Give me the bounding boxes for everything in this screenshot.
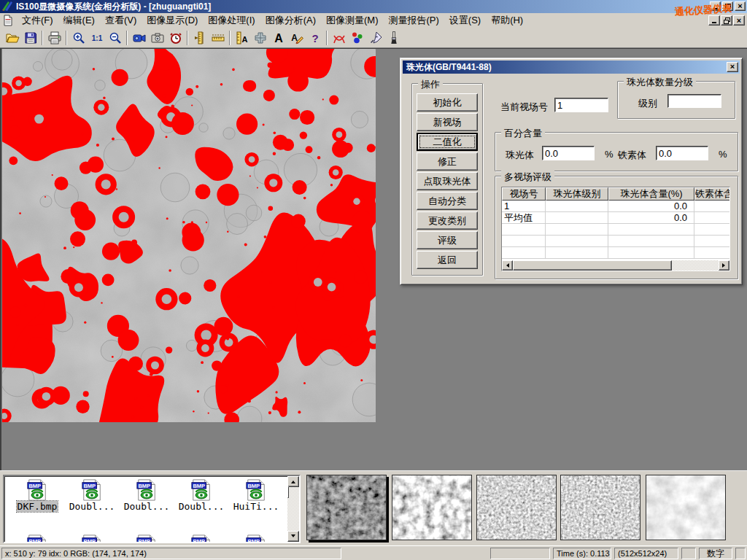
menu-edit[interactable]: 编辑(E) bbox=[58, 12, 100, 28]
init-button[interactable]: 初始化 bbox=[417, 93, 478, 112]
table-row[interactable]: 1 0.0 bbox=[502, 201, 729, 212]
table-row[interactable]: 平均值 0.0 bbox=[502, 212, 729, 224]
pearlite-unit: % bbox=[605, 149, 614, 160]
classify-button[interactable] bbox=[348, 29, 366, 47]
menu-image-process[interactable]: 图像处理(I) bbox=[203, 12, 260, 28]
binarize-button[interactable]: 二值化 bbox=[417, 133, 478, 151]
menu-view[interactable]: 查看(V) bbox=[100, 12, 142, 28]
window-title: IS100显微摄像系统(金相分析版) - [zhuguangti01] bbox=[16, 1, 211, 13]
file-list-scrollbar[interactable] bbox=[287, 476, 299, 542]
curve-tool-button[interactable] bbox=[330, 29, 348, 47]
caliper-button[interactable] bbox=[190, 29, 209, 47]
open-button[interactable] bbox=[3, 29, 21, 47]
file-item[interactable]: BMP Doubl... bbox=[174, 479, 228, 512]
print-icon bbox=[47, 31, 62, 45]
menu-settings[interactable]: 设置(S) bbox=[444, 12, 486, 28]
status-resolution: (512x512x24) bbox=[614, 548, 678, 559]
thumbnail-5[interactable] bbox=[646, 475, 726, 540]
menu-image-analysis[interactable]: 图像分析(A) bbox=[260, 12, 321, 28]
zoom-out-button[interactable] bbox=[106, 29, 124, 47]
document-icon[interactable] bbox=[2, 15, 14, 26]
vscroll-thumb[interactable] bbox=[287, 486, 289, 498]
help-button[interactable]: ? bbox=[306, 29, 324, 47]
file-item[interactable]: BMP DKF.bmp bbox=[10, 479, 64, 512]
file-item[interactable]: BMP bbox=[120, 534, 174, 543]
print-button[interactable] bbox=[45, 29, 63, 47]
col-pearlite-grade[interactable]: 珠光体级别 bbox=[546, 187, 608, 201]
hscroll-thumb[interactable] bbox=[513, 260, 672, 271]
toolbar-separator bbox=[187, 31, 188, 45]
svg-text:BMP: BMP bbox=[247, 538, 260, 543]
thumbnail-1[interactable] bbox=[306, 475, 387, 540]
file-item[interactable]: BMP Doubl... bbox=[120, 479, 174, 512]
scroll-down-button[interactable] bbox=[287, 531, 299, 542]
menu-image-display[interactable]: 图像显示(D) bbox=[142, 12, 203, 28]
close-button[interactable]: × bbox=[735, 1, 746, 11]
pearlite-dialog: 珠光体(GB/T9441-88) × 操作 初始化 新视场 二值化 修正 点取珠… bbox=[400, 58, 743, 285]
svg-text:BMP: BMP bbox=[28, 483, 41, 489]
table-hscrollbar[interactable] bbox=[502, 260, 729, 271]
svg-text:BMP: BMP bbox=[193, 483, 205, 489]
hscroll-track[interactable] bbox=[672, 260, 719, 271]
scroll-up-button[interactable] bbox=[287, 476, 299, 487]
pick-pearlite-button[interactable]: 点取珠光体 bbox=[417, 172, 478, 190]
menu-file[interactable]: 文件(F) bbox=[17, 12, 58, 28]
zoom-out-icon bbox=[108, 31, 123, 45]
operations-group: 操作 初始化 新视场 二值化 修正 点取珠光体 自动分类 更改类别 评级 返回 bbox=[411, 83, 483, 276]
curve-icon bbox=[332, 31, 347, 45]
letter-a-icon: A bbox=[271, 31, 286, 45]
level-input[interactable] bbox=[667, 94, 721, 108]
col-field-no[interactable]: 视场号 bbox=[502, 187, 546, 201]
correct-button[interactable]: 修正 bbox=[417, 152, 478, 171]
file-item[interactable]: BMP Doubl... bbox=[65, 479, 119, 512]
one-to-one-icon: 1:1 bbox=[91, 34, 102, 42]
dialog-title-bar[interactable]: 珠光体(GB/T9441-88) × bbox=[403, 61, 740, 74]
menu-help[interactable]: 帮助(H) bbox=[486, 12, 528, 28]
auto-classify-button[interactable]: 自动分类 bbox=[417, 192, 478, 210]
mdi-minimize-button[interactable] bbox=[708, 15, 720, 26]
scroll-left-button[interactable] bbox=[502, 260, 513, 271]
grid-tool-button[interactable] bbox=[251, 29, 269, 47]
file-name: Doubl... bbox=[123, 501, 171, 512]
zoom-in-button[interactable] bbox=[69, 29, 88, 47]
file-item[interactable]: BMP bbox=[174, 534, 228, 543]
cell-field-no: 1 bbox=[502, 201, 546, 211]
zoom-1to1-button[interactable]: 1:1 bbox=[88, 29, 106, 47]
new-field-button[interactable]: 新视场 bbox=[417, 113, 478, 131]
file-item[interactable]: BMP bbox=[229, 534, 283, 543]
annotate-button[interactable]: A bbox=[287, 29, 306, 47]
grade-button[interactable]: 评级 bbox=[417, 231, 478, 249]
file-name: DKF.bmp bbox=[17, 501, 58, 512]
timer-button[interactable] bbox=[166, 29, 185, 47]
dialog-close-button[interactable]: × bbox=[727, 62, 738, 72]
svg-text:BMP: BMP bbox=[138, 538, 150, 543]
mdi-restore-button[interactable] bbox=[721, 15, 732, 26]
col-ferrite-pct[interactable]: 铁素体含量(%) bbox=[694, 187, 730, 201]
save-button[interactable] bbox=[21, 29, 39, 47]
text-button[interactable]: A bbox=[269, 29, 287, 47]
pen-tool-button[interactable] bbox=[366, 29, 384, 47]
arrow-up-icon bbox=[291, 478, 295, 483]
current-field-input[interactable] bbox=[554, 98, 608, 112]
mdi-close-button[interactable]: × bbox=[733, 15, 745, 26]
menu-image-measure[interactable]: 图像测量(M) bbox=[321, 12, 384, 28]
ruler-button[interactable] bbox=[209, 29, 227, 47]
thumbnail-4[interactable] bbox=[560, 475, 640, 540]
thumbnail-2[interactable] bbox=[392, 475, 472, 540]
menu-report[interactable]: 测量报告(P) bbox=[383, 12, 444, 28]
pearlite-input[interactable] bbox=[542, 146, 595, 160]
file-item[interactable]: BMP HuiTi... bbox=[229, 479, 283, 512]
file-item[interactable]: BMP bbox=[10, 534, 64, 543]
return-button[interactable]: 返回 bbox=[417, 251, 478, 269]
file-item[interactable]: BMP bbox=[65, 534, 119, 543]
change-class-button[interactable]: 更改类别 bbox=[417, 211, 478, 230]
col-pearlite-pct[interactable]: 珠光体含量(%) bbox=[608, 187, 694, 201]
snapshot-button[interactable] bbox=[148, 29, 166, 47]
scroll-right-button[interactable] bbox=[719, 260, 729, 271]
brush-tool-button[interactable] bbox=[384, 29, 403, 47]
micrograph-image[interactable] bbox=[2, 49, 376, 422]
ferrite-input[interactable] bbox=[656, 146, 708, 160]
thumbnail-3[interactable] bbox=[476, 475, 557, 540]
video-capture-button[interactable] bbox=[130, 29, 148, 47]
measure-text-button[interactable]: A bbox=[233, 29, 251, 47]
